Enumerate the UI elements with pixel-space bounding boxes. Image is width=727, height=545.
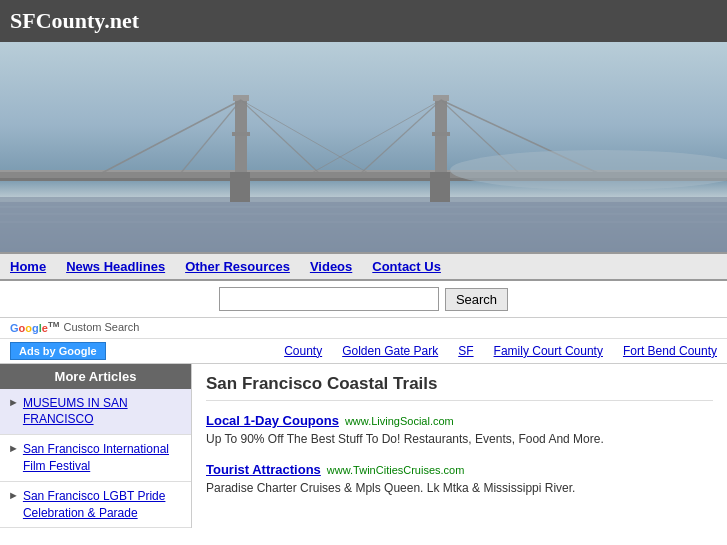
ads-content: Local 1-Day Couponswww.LivingSocial.comU… [206,413,713,497]
site-header: SFCounty.net [0,0,727,42]
search-input[interactable] [219,287,439,311]
nav-link-contact-us[interactable]: Contact Us [372,259,441,274]
ads-by-google-button[interactable]: Ads by Google [10,342,106,360]
ads-link-county[interactable]: County [284,344,322,358]
nav-link-home[interactable]: Home [10,259,46,274]
custom-search-label: Custom Search [64,321,140,333]
sidebar-arrow-icon: ► [8,396,19,408]
sidebar-header: More Articles [0,364,191,389]
nav-link-news-headlines[interactable]: News Headlines [66,259,165,274]
svg-rect-23 [230,172,250,202]
ad-title-1[interactable]: Tourist Attractions [206,462,321,477]
sidebar-item-1: ►San Francisco International Film Festiv… [0,435,191,482]
bridge-illustration [0,42,727,252]
nav-link-videos[interactable]: Videos [310,259,352,274]
nav-bar: HomeNews HeadlinesOther ResourcesVideosC… [0,252,727,281]
ads-link-family-court-county[interactable]: Family Court County [494,344,603,358]
search-bar: Search [0,281,727,318]
search-button[interactable]: Search [445,288,508,311]
ads-link-fort-bend-county[interactable]: Fort Bend County [623,344,717,358]
sidebar-arrow-icon: ► [8,489,19,501]
sidebar-item-link-0[interactable]: MUSEUMS IN SAN FRANCISCO [23,395,183,429]
sidebar-item-0: ►MUSEUMS IN SAN FRANCISCO [0,389,191,436]
content-area: San Francisco Coastal Trails Local 1-Day… [192,364,727,529]
svg-rect-8 [232,132,250,136]
sidebar-arrow-icon: ► [8,442,19,454]
ad-url-1: www.TwinCitiesCruises.com [327,464,465,476]
ads-links: CountyGolden Gate ParkSFFamily Court Cou… [106,344,727,358]
main-layout: More Articles ►MUSEUMS IN SAN FRANCISCO►… [0,364,727,529]
ads-row: Ads by Google CountyGolden Gate ParkSFFa… [0,339,727,364]
ads-link-golden-gate-park[interactable]: Golden Gate Park [342,344,438,358]
svg-rect-9 [435,97,447,177]
google-custom-search-row: GoogleTM Custom Search [0,318,727,339]
ad-title-0[interactable]: Local 1-Day Coupons [206,413,339,428]
site-title: SFCounty.net [10,8,139,33]
page-title: San Francisco Coastal Trails [206,374,713,401]
ad-url-0: www.LivingSocial.com [345,415,454,427]
hero-image [0,42,727,252]
ad-block-0: Local 1-Day Couponswww.LivingSocial.comU… [206,413,713,448]
ad-block-1: Tourist Attractionswww.TwinCitiesCruises… [206,462,713,497]
sidebar-item-2: ►San Francisco LGBT Pride Celebration & … [0,482,191,529]
nav-link-other-resources[interactable]: Other Resources [185,259,290,274]
svg-rect-24 [430,172,450,202]
svg-rect-6 [235,97,247,177]
sidebar-item-link-1[interactable]: San Francisco International Film Festiva… [23,441,183,475]
ad-description-0: Up To 90% Off The Best Stuff To Do! Rest… [206,430,713,448]
ad-description-1: Paradise Charter Cruises & Mpls Queen. L… [206,479,713,497]
svg-rect-11 [432,132,450,136]
sidebar-items: ►MUSEUMS IN SAN FRANCISCO►San Francisco … [0,389,191,529]
svg-rect-2 [0,202,727,252]
google-logo: GoogleTM [10,320,60,334]
sidebar: More Articles ►MUSEUMS IN SAN FRANCISCO►… [0,364,192,529]
sidebar-item-link-2[interactable]: San Francisco LGBT Pride Celebration & P… [23,488,183,522]
ads-link-sf[interactable]: SF [458,344,473,358]
